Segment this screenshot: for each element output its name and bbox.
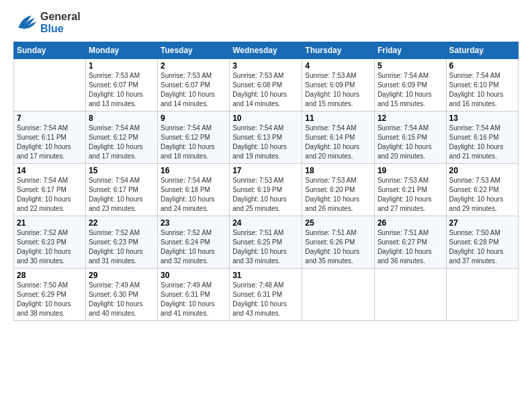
day-info: Sunrise: 7:48 AMSunset: 6:31 PMDaylight:… <box>232 281 299 318</box>
day-number: 2 <box>161 61 226 71</box>
day-info: Sunrise: 7:53 AMSunset: 6:20 PMDaylight:… <box>305 176 371 214</box>
day-info: Sunrise: 7:54 AMSunset: 6:17 PMDaylight:… <box>17 176 83 214</box>
day-cell: 16 Sunrise: 7:54 AMSunset: 6:18 PMDaylig… <box>158 164 230 216</box>
week-row-4: 21 Sunrise: 7:52 AMSunset: 6:23 PMDaylig… <box>14 216 519 269</box>
day-cell: 28 Sunrise: 7:50 AMSunset: 6:29 PMDaylig… <box>14 269 86 321</box>
day-cell: 14 Sunrise: 7:54 AMSunset: 6:17 PMDaylig… <box>14 164 86 216</box>
day-cell: 25 Sunrise: 7:51 AMSunset: 6:26 PMDaylig… <box>302 216 375 269</box>
day-info: Sunrise: 7:53 AMSunset: 6:07 PMDaylight:… <box>161 71 226 109</box>
day-info: Sunrise: 7:54 AMSunset: 6:17 PMDaylight:… <box>89 176 154 214</box>
day-number: 19 <box>378 166 443 175</box>
day-info: Sunrise: 7:53 AMSunset: 6:08 PMDaylight:… <box>232 71 299 109</box>
day-cell: 8 Sunrise: 7:54 AMSunset: 6:12 PMDayligh… <box>85 111 157 164</box>
day-number: 16 <box>161 166 226 175</box>
logo-text: General Blue <box>40 11 81 35</box>
day-info: Sunrise: 7:52 AMSunset: 6:23 PMDaylight:… <box>17 228 83 266</box>
day-cell: 31 Sunrise: 7:48 AMSunset: 6:31 PMDaylig… <box>230 269 302 321</box>
day-info: Sunrise: 7:53 AMSunset: 6:21 PMDaylight:… <box>378 176 443 214</box>
day-number: 22 <box>89 218 154 228</box>
day-number: 13 <box>449 113 515 123</box>
week-row-5: 28 Sunrise: 7:50 AMSunset: 6:29 PMDaylig… <box>14 269 519 321</box>
week-row-3: 14 Sunrise: 7:54 AMSunset: 6:17 PMDaylig… <box>14 164 519 216</box>
day-info: Sunrise: 7:54 AMSunset: 6:15 PMDaylight:… <box>378 124 443 161</box>
day-cell: 9 Sunrise: 7:54 AMSunset: 6:12 PMDayligh… <box>158 111 230 164</box>
day-cell: 26 Sunrise: 7:51 AMSunset: 6:27 PMDaylig… <box>374 216 446 269</box>
page-header: General Blue <box>13 11 519 35</box>
day-info: Sunrise: 7:54 AMSunset: 6:12 PMDaylight:… <box>161 124 226 161</box>
day-number: 11 <box>305 113 371 123</box>
day-info: Sunrise: 7:49 AMSunset: 6:31 PMDaylight:… <box>161 281 226 318</box>
day-cell: 18 Sunrise: 7:53 AMSunset: 6:20 PMDaylig… <box>302 164 375 216</box>
column-header-friday: Friday <box>374 42 446 59</box>
day-cell: 21 Sunrise: 7:52 AMSunset: 6:23 PMDaylig… <box>14 216 86 269</box>
day-cell: 15 Sunrise: 7:54 AMSunset: 6:17 PMDaylig… <box>85 164 157 216</box>
day-cell <box>446 269 518 321</box>
day-number: 17 <box>232 166 299 175</box>
day-info: Sunrise: 7:54 AMSunset: 6:18 PMDaylight:… <box>161 176 226 214</box>
day-info: Sunrise: 7:52 AMSunset: 6:23 PMDaylight:… <box>89 228 154 266</box>
day-number: 7 <box>17 113 83 123</box>
day-cell: 27 Sunrise: 7:50 AMSunset: 6:28 PMDaylig… <box>446 216 518 269</box>
day-cell: 22 Sunrise: 7:52 AMSunset: 6:23 PMDaylig… <box>85 216 157 269</box>
day-info: Sunrise: 7:49 AMSunset: 6:30 PMDaylight:… <box>89 281 154 318</box>
day-info: Sunrise: 7:51 AMSunset: 6:26 PMDaylight:… <box>305 228 371 266</box>
day-number: 26 <box>378 218 443 228</box>
day-info: Sunrise: 7:50 AMSunset: 6:28 PMDaylight:… <box>449 228 515 266</box>
day-number: 21 <box>17 218 83 228</box>
day-number: 3 <box>232 61 299 71</box>
day-number: 10 <box>232 113 299 123</box>
day-cell: 4 Sunrise: 7:53 AMSunset: 6:09 PMDayligh… <box>302 59 375 111</box>
day-cell: 6 Sunrise: 7:54 AMSunset: 6:10 PMDayligh… <box>446 59 518 111</box>
day-info: Sunrise: 7:51 AMSunset: 6:25 PMDaylight:… <box>232 228 299 266</box>
day-cell: 5 Sunrise: 7:54 AMSunset: 6:09 PMDayligh… <box>374 59 446 111</box>
day-number: 12 <box>378 113 443 123</box>
day-number: 27 <box>449 218 515 228</box>
day-cell: 3 Sunrise: 7:53 AMSunset: 6:08 PMDayligh… <box>230 59 302 111</box>
day-number: 9 <box>161 113 226 123</box>
day-info: Sunrise: 7:53 AMSunset: 6:19 PMDaylight:… <box>232 176 299 214</box>
day-info: Sunrise: 7:54 AMSunset: 6:14 PMDaylight:… <box>305 124 371 161</box>
day-number: 29 <box>89 271 154 280</box>
day-info: Sunrise: 7:50 AMSunset: 6:29 PMDaylight:… <box>17 281 83 318</box>
day-number: 30 <box>161 271 226 280</box>
day-info: Sunrise: 7:54 AMSunset: 6:12 PMDaylight:… <box>89 124 154 161</box>
day-info: Sunrise: 7:54 AMSunset: 6:13 PMDaylight:… <box>232 124 299 161</box>
week-row-1: 1 Sunrise: 7:53 AMSunset: 6:07 PMDayligh… <box>14 59 519 111</box>
day-number: 20 <box>449 166 515 175</box>
day-cell: 24 Sunrise: 7:51 AMSunset: 6:25 PMDaylig… <box>230 216 302 269</box>
day-cell: 13 Sunrise: 7:54 AMSunset: 6:16 PMDaylig… <box>446 111 518 164</box>
day-cell: 12 Sunrise: 7:54 AMSunset: 6:15 PMDaylig… <box>374 111 446 164</box>
column-header-saturday: Saturday <box>446 42 518 59</box>
day-info: Sunrise: 7:54 AMSunset: 6:10 PMDaylight:… <box>449 71 515 109</box>
day-cell: 29 Sunrise: 7:49 AMSunset: 6:30 PMDaylig… <box>85 269 157 321</box>
day-number: 8 <box>89 113 154 123</box>
day-cell <box>302 269 375 321</box>
day-number: 4 <box>305 61 371 71</box>
day-number: 15 <box>89 166 154 175</box>
column-header-monday: Monday <box>85 42 157 59</box>
column-header-sunday: Sunday <box>14 42 86 59</box>
week-row-2: 7 Sunrise: 7:54 AMSunset: 6:11 PMDayligh… <box>14 111 519 164</box>
page-container: General Blue SundayMondayTuesdayWednesda… <box>0 0 532 328</box>
day-number: 5 <box>378 61 443 71</box>
logo: General Blue <box>13 11 81 35</box>
day-cell: 2 Sunrise: 7:53 AMSunset: 6:07 PMDayligh… <box>158 59 230 111</box>
day-cell: 20 Sunrise: 7:53 AMSunset: 6:22 PMDaylig… <box>446 164 518 216</box>
day-info: Sunrise: 7:52 AMSunset: 6:24 PMDaylight:… <box>161 228 226 266</box>
day-cell: 10 Sunrise: 7:54 AMSunset: 6:13 PMDaylig… <box>230 111 302 164</box>
day-number: 25 <box>305 218 371 228</box>
day-cell: 1 Sunrise: 7:53 AMSunset: 6:07 PMDayligh… <box>85 59 157 111</box>
day-info: Sunrise: 7:53 AMSunset: 6:07 PMDaylight:… <box>89 71 154 109</box>
header-row: SundayMondayTuesdayWednesdayThursdayFrid… <box>14 42 519 59</box>
day-cell: 11 Sunrise: 7:54 AMSunset: 6:14 PMDaylig… <box>302 111 375 164</box>
day-number: 24 <box>232 218 299 228</box>
day-info: Sunrise: 7:53 AMSunset: 6:22 PMDaylight:… <box>449 176 515 214</box>
day-number: 28 <box>17 271 83 280</box>
calendar-table: SundayMondayTuesdayWednesdayThursdayFrid… <box>13 42 519 321</box>
day-cell: 7 Sunrise: 7:54 AMSunset: 6:11 PMDayligh… <box>14 111 86 164</box>
day-cell: 30 Sunrise: 7:49 AMSunset: 6:31 PMDaylig… <box>158 269 230 321</box>
column-header-tuesday: Tuesday <box>158 42 230 59</box>
day-number: 14 <box>17 166 83 175</box>
day-number: 6 <box>449 61 515 71</box>
day-cell: 23 Sunrise: 7:52 AMSunset: 6:24 PMDaylig… <box>158 216 230 269</box>
